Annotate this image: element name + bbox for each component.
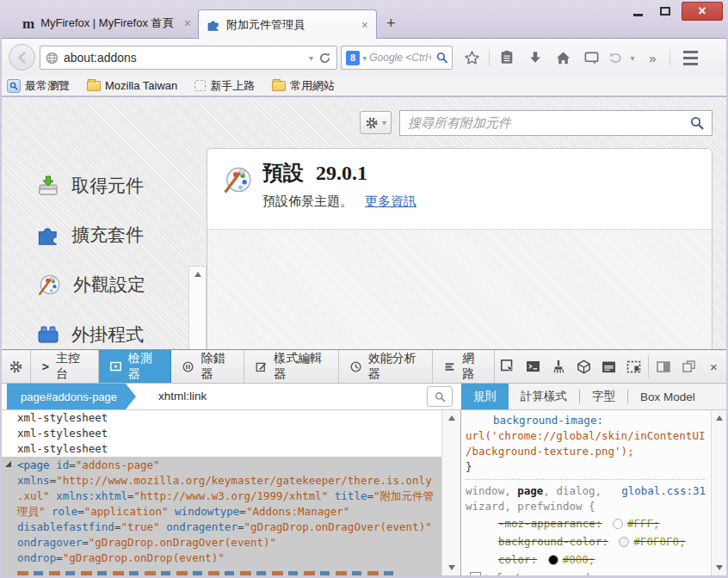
- addons-search-input[interactable]: 搜尋所有附加元件: [399, 110, 713, 136]
- expand-shorthand-icon[interactable]: [485, 575, 490, 575]
- tab-rules[interactable]: 規則: [461, 384, 509, 409]
- menu-button[interactable]: [673, 49, 707, 67]
- color-swatch[interactable]: [613, 519, 623, 529]
- overflow-chevron-button[interactable]: »: [639, 51, 667, 65]
- color-swatch[interactable]: [619, 537, 629, 547]
- stylesheet-source-link[interactable]: global.css:31: [621, 483, 706, 499]
- rules-scrollbar[interactable]: [711, 410, 726, 575]
- tab-debugger[interactable]: 除錯器: [171, 350, 244, 383]
- tab-fonts[interactable]: 字型: [580, 384, 627, 409]
- responsive-mode-button[interactable]: [621, 350, 646, 383]
- minimize-button[interactable]: [626, 2, 649, 21]
- tab-box-model[interactable]: Box Model: [628, 384, 707, 409]
- url-text[interactable]: about:addons: [64, 51, 137, 65]
- sidebar-item-appearance[interactable]: 外觀設定: [2, 261, 188, 309]
- devtools-close-button[interactable]: ×: [701, 350, 726, 383]
- google-engine-icon[interactable]: 8: [346, 51, 360, 65]
- scroll-down-button[interactable]: [712, 560, 726, 575]
- attribute[interactable]: ondropgDragDrop.onDrop(event): [17, 550, 225, 566]
- attribute[interactable]: idaddons-page: [56, 458, 159, 471]
- sidebar-item-extensions[interactable]: 擴充套件: [2, 211, 188, 259]
- bookmark-folder-common-sites[interactable]: 常用網站: [272, 78, 335, 94]
- bookmark-star-button[interactable]: [458, 50, 486, 66]
- color-swatch[interactable]: [548, 555, 558, 565]
- attribute[interactable]: windowtypeAddons:Manager: [175, 505, 349, 518]
- expander-icon[interactable]: [5, 461, 11, 467]
- bookmark-folder-mozilla-taiwan[interactable]: Mozilla Taiwan: [87, 79, 177, 92]
- inspector-search-box[interactable]: [427, 386, 453, 407]
- addons-search-magnifier-icon[interactable]: [690, 116, 704, 130]
- undo-button[interactable]: [606, 50, 626, 65]
- search-bar[interactable]: 8 ▾ Google <Ctrl+: [341, 46, 453, 70]
- declaration-overridden[interactable]: color: #000;: [466, 550, 706, 569]
- scroll-up-button[interactable]: [712, 410, 726, 426]
- attribute[interactable]: xmlns:xhtmlhttp://www.w3.org/1999/xhtml: [56, 489, 328, 502]
- attribute[interactable]: disablefastfindtrue: [17, 520, 160, 533]
- url-dropdown-icon[interactable]: ▾: [309, 53, 313, 63]
- tab-computed[interactable]: 計算樣式: [509, 384, 579, 409]
- attribute[interactable]: ondragovergDragDrop.onDragOver(event): [17, 535, 276, 550]
- url-bar[interactable]: about:addons ▾: [40, 46, 337, 70]
- tab-inspector[interactable]: 檢測器: [99, 350, 172, 383]
- tab-network[interactable]: 網路: [433, 350, 495, 383]
- downloads-button[interactable]: [521, 50, 549, 65]
- css-value[interactable]: url('chrome://global/skin/inContentUI/ba…: [466, 428, 706, 459]
- breadcrumb-node-child[interactable]: xhtml:link: [158, 390, 207, 403]
- inspector-icon: [110, 361, 121, 372]
- scratchpad-button[interactable]: [596, 350, 621, 383]
- cube-icon: [577, 360, 591, 374]
- tab-myfirefox[interactable]: m MyFirefox | MyFirefox 首頁 ×: [19, 11, 194, 35]
- xml-stylesheet-pi[interactable]: xml-stylesheet: [2, 426, 460, 441]
- attribute[interactable]: roleapplication: [52, 505, 169, 518]
- scroll-up-button[interactable]: [442, 410, 460, 426]
- attribute[interactable]: ondragentergDragDrop.onDragOver(event): [166, 520, 432, 535]
- content-scrollbar[interactable]: [188, 266, 207, 349]
- back-button[interactable]: [9, 44, 35, 71]
- markup-scrollbar[interactable]: [441, 410, 460, 575]
- xml-stylesheet-pi[interactable]: xml-stylesheet: [2, 410, 460, 426]
- split-console-button[interactable]: [521, 350, 546, 383]
- markup-selected-node[interactable]: page idaddons-page xmlnshttp://www.mozil…: [2, 457, 460, 575]
- bookmark-most-visited[interactable]: 最常瀏覽: [7, 78, 70, 94]
- magnifier-icon: [435, 391, 446, 403]
- scroll-down-button[interactable]: [442, 560, 460, 575]
- rule-selector[interactable]: window, page, dialog, wizard, prefwindow…: [466, 483, 642, 514]
- tab-close-icon[interactable]: ×: [184, 17, 191, 29]
- xml-stylesheet-pi[interactable]: xml-stylesheet: [2, 441, 460, 457]
- breadcrumb-node-page[interactable]: page#addons-page: [7, 384, 126, 409]
- scroll-up-button[interactable]: [189, 267, 206, 282]
- bookmarks-menu-button[interactable]: [492, 50, 521, 65]
- declaration-checkbox[interactable]: [470, 572, 481, 575]
- tab-addons-manager[interactable]: 附加元件管理員 ×: [198, 9, 377, 39]
- declaration-overridden[interactable]: -moz-appearance: #FFF;: [466, 514, 706, 532]
- tilt-3d-button[interactable]: [571, 350, 595, 383]
- declaration-font-overridden[interactable]: font: message-box;: [466, 569, 706, 575]
- close-window-button[interactable]: ×: [682, 2, 723, 21]
- declaration-overridden[interactable]: background-color: #F0F0F0;: [466, 532, 706, 550]
- tab-console[interactable]: > 主控台: [31, 350, 99, 383]
- more-info-link[interactable]: 更多資訊: [365, 194, 416, 208]
- search-engine-dropdown-icon[interactable]: ▾: [362, 53, 367, 63]
- addons-tools-button[interactable]: ▾: [360, 111, 392, 134]
- tab-close-icon[interactable]: ×: [361, 19, 368, 31]
- feedback-bubble-button[interactable]: [577, 50, 606, 66]
- paintbrush-button[interactable]: [546, 350, 571, 383]
- search-magnifier-icon[interactable]: [436, 52, 447, 64]
- bookmark-getting-started[interactable]: 新手上路: [194, 78, 255, 94]
- sidebar-item-plugins[interactable]: 外掛程式: [2, 311, 188, 349]
- undo-dropdown-icon[interactable]: ▾: [626, 53, 639, 63]
- undock-window-button[interactable]: [676, 350, 700, 383]
- dock-side-button[interactable]: [651, 350, 676, 383]
- sidebar-item-get-addons[interactable]: 取得元件: [2, 162, 188, 210]
- element-picker-button[interactable]: [495, 350, 520, 383]
- theme-row-default[interactable]: 預設29.0.1 預設佈景主題。更多資訊: [207, 149, 712, 230]
- tab-style-editor[interactable]: 樣式編輯器: [244, 350, 339, 383]
- css-property[interactable]: background-image:: [493, 414, 603, 427]
- devtools-options-button[interactable]: [2, 350, 31, 383]
- tab-profiler[interactable]: 效能分析器: [339, 350, 434, 383]
- reload-icon[interactable]: [318, 52, 331, 65]
- maximize-button[interactable]: [654, 2, 676, 21]
- tag-name[interactable]: page: [17, 458, 50, 471]
- new-tab-button[interactable]: +: [386, 15, 396, 33]
- home-button[interactable]: [549, 50, 577, 66]
